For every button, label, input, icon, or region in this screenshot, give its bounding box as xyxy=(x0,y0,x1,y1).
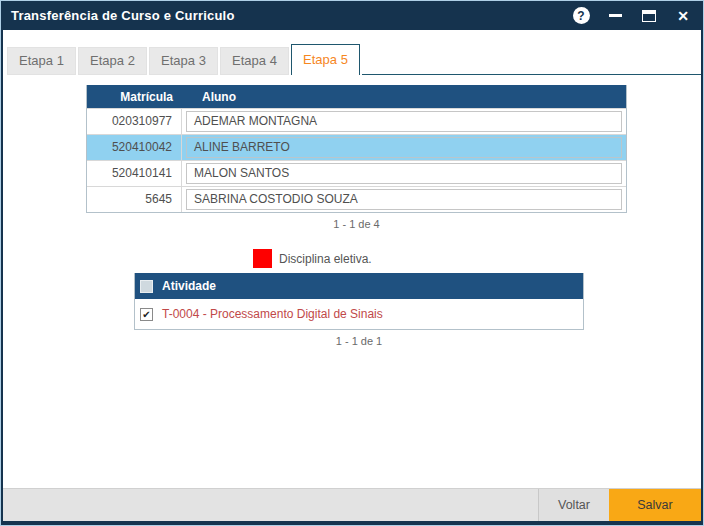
table-row-selected[interactable]: 520410042 ALINE BARRETO xyxy=(87,134,626,160)
column-header-atividade: Atividade xyxy=(162,279,216,293)
voltar-button[interactable]: Voltar xyxy=(538,489,609,521)
aluno-name-box[interactable]: ADEMAR MONTAGNA xyxy=(186,111,622,132)
tab-strip: Etapa 1 Etapa 2 Etapa 3 Etapa 4 Etapa 5 xyxy=(7,44,701,75)
aluno-name-box[interactable]: SABRINA COSTODIO SOUZA xyxy=(186,189,622,210)
aluno-cell: SABRINA COSTODIO SOUZA xyxy=(182,187,626,212)
aluno-cell: MALON SANTOS xyxy=(182,161,626,186)
aluno-cell: ADEMAR MONTAGNA xyxy=(182,109,626,134)
minimize-button[interactable] xyxy=(605,6,625,26)
activity-row[interactable]: ✔ T-0004 - Processamento Digital de Sina… xyxy=(135,299,583,329)
student-table-header: Matrícula Aluno xyxy=(87,85,626,108)
table-row[interactable]: 020310977 ADEMAR MONTAGNA xyxy=(87,108,626,134)
matricula-cell: 520410042 xyxy=(87,135,182,160)
matricula-cell: 520410141 xyxy=(87,161,182,186)
tab-etapa-4[interactable]: Etapa 4 xyxy=(220,47,289,75)
tab-etapa-3[interactable]: Etapa 3 xyxy=(149,47,218,75)
elective-legend: Disciplina eletiva. xyxy=(253,249,372,268)
dialog-outer-frame: Transferência de Curso e Curriculo ? ✕ E… xyxy=(0,0,704,526)
window-title: Transferência de Curso e Curriculo xyxy=(11,8,235,23)
minimize-icon xyxy=(609,14,622,17)
tab-etapa-1[interactable]: Etapa 1 xyxy=(7,47,76,75)
footer-bar: Voltar Salvar xyxy=(3,488,701,521)
tab-strip-filler xyxy=(362,44,701,75)
aluno-name-box[interactable]: MALON SANTOS xyxy=(186,163,622,184)
help-button[interactable]: ? xyxy=(571,6,591,26)
activity-label: T-0004 - Processamento Digital de Sinais xyxy=(162,307,383,321)
matricula-cell: 020310977 xyxy=(87,109,182,134)
transfer-dialog: Transferência de Curso e Curriculo ? ✕ E… xyxy=(1,1,703,525)
aluno-name-box[interactable]: ALINE BARRETO xyxy=(186,137,622,158)
select-all-checkbox[interactable] xyxy=(140,280,153,293)
table-row[interactable]: 5645 SABRINA COSTODIO SOUZA xyxy=(87,186,626,212)
activity-table-pagination: 1 - 1 de 1 xyxy=(134,335,584,347)
table-row[interactable]: 520410141 MALON SANTOS xyxy=(87,160,626,186)
column-header-aluno: Aluno xyxy=(182,90,626,104)
tab-etapa-2[interactable]: Etapa 2 xyxy=(78,47,147,75)
maximize-icon xyxy=(642,10,656,22)
tab-etapa-5[interactable]: Etapa 5 xyxy=(291,44,360,75)
student-table: Matrícula Aluno 020310977 ADEMAR MONTAGN… xyxy=(86,85,627,213)
matricula-cell: 5645 xyxy=(87,187,182,212)
column-header-matricula: Matrícula xyxy=(87,90,182,104)
maximize-button[interactable] xyxy=(639,6,659,26)
salvar-button[interactable]: Salvar xyxy=(609,489,701,521)
elective-color-swatch xyxy=(253,249,272,268)
titlebar: Transferência de Curso e Curriculo ? ✕ xyxy=(1,1,703,30)
aluno-cell: ALINE BARRETO xyxy=(182,135,626,160)
activity-table: Atividade ✔ T-0004 - Processamento Digit… xyxy=(134,273,584,330)
elective-legend-label: Disciplina eletiva. xyxy=(279,252,372,266)
window-controls: ? ✕ xyxy=(571,6,693,26)
activity-table-header: Atividade xyxy=(135,273,583,299)
help-icon: ? xyxy=(573,7,590,24)
close-button[interactable]: ✕ xyxy=(673,6,693,26)
student-table-pagination: 1 - 1 de 4 xyxy=(86,218,627,230)
close-icon: ✕ xyxy=(677,8,689,24)
activity-checkbox-checked[interactable]: ✔ xyxy=(140,308,153,321)
